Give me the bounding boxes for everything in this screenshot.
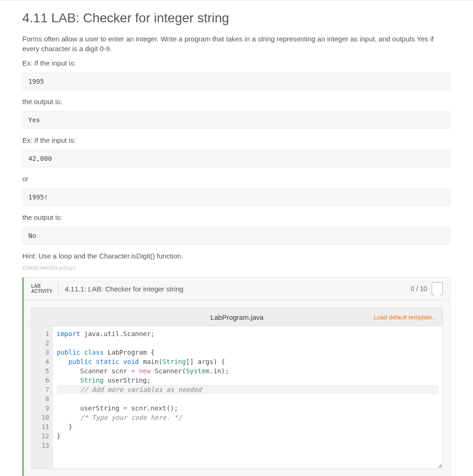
line-number: 10 xyxy=(35,413,49,422)
line-number: 2 xyxy=(35,338,49,348)
sample-output-2: No xyxy=(22,227,451,245)
lab-score: 0 / 10 xyxy=(411,285,427,292)
code-editor[interactable]: 12345678910111213 import java.util.Scann… xyxy=(31,326,443,469)
or-label: or xyxy=(22,174,451,184)
line-number: 4 xyxy=(35,357,49,366)
output-label-2: the output is: xyxy=(22,212,451,222)
line-number-gutter: 12345678910111213 xyxy=(32,326,53,469)
code-line[interactable] xyxy=(57,441,439,450)
line-number: 7 xyxy=(35,385,49,394)
line-number: 3 xyxy=(35,348,49,357)
lab-header-left: LAB ACTIVITY 4.11.1: LAB: Checker for in… xyxy=(31,283,184,295)
page-body: 4.11 LAB: Checker for integer string For… xyxy=(0,0,473,476)
hint-text: Hint: Use a loop and the Character.isDig… xyxy=(22,251,451,261)
code-line[interactable]: Scanner scnr = new Scanner(System.in); xyxy=(57,366,439,376)
line-number: 8 xyxy=(35,394,49,403)
intro-text: Forms often allow a user to enter an int… xyxy=(22,34,451,53)
code-line[interactable]: userString = scnr.next(); xyxy=(57,403,439,413)
lab-badge-line1: LAB xyxy=(31,284,53,289)
lab-header-right: 0 / 10 xyxy=(411,282,443,295)
code-line[interactable]: public class LabProgram { xyxy=(57,348,439,357)
code-line[interactable]: } xyxy=(57,422,439,431)
lab-title: 4.11.1: LAB: Checker for integer string xyxy=(65,285,184,293)
line-number: 13 xyxy=(35,441,49,450)
code-line[interactable]: /* Type your code here. */ xyxy=(57,413,439,422)
code-line[interactable]: public static void main(String[] args) { xyxy=(57,357,439,366)
output-label: the output is: xyxy=(22,97,451,106)
code-line[interactable]: import java.util.Scanner; xyxy=(57,329,439,338)
code-line[interactable]: } xyxy=(57,431,439,441)
page-title: 4.11 LAB: Checker for integer string xyxy=(22,11,451,26)
editor-container: LabProgram.java Load default template...… xyxy=(24,300,450,476)
line-number: 9 xyxy=(35,403,49,413)
line-number: 1 xyxy=(35,329,49,338)
line-number: 12 xyxy=(35,431,49,441)
sample-input-2: 42,000 xyxy=(22,150,451,167)
line-number: 11 xyxy=(35,422,49,431)
code-line[interactable] xyxy=(57,394,439,403)
sample-output-1: Yes xyxy=(22,111,451,129)
lab-header: LAB ACTIVITY 4.11.1: LAB: Checker for in… xyxy=(24,278,450,300)
lab-badge-line2: ACTIVITY xyxy=(31,289,53,294)
line-number: 5 xyxy=(35,366,49,376)
load-default-template-link[interactable]: Load default template... xyxy=(374,314,437,321)
lab-activity-card: LAB ACTIVITY 4.11.1: LAB: Checker for in… xyxy=(22,277,451,476)
code-line[interactable] xyxy=(57,338,439,348)
file-name-label: LabProgram.java xyxy=(210,313,263,321)
resize-handle-icon[interactable] xyxy=(438,464,441,468)
sample-input-1: 1995 xyxy=(22,73,451,90)
sample-input-3: 1995! xyxy=(22,188,451,206)
lab-badge: LAB ACTIVITY xyxy=(31,283,59,295)
file-tab-bar: LabProgram.java Load default template... xyxy=(31,308,443,326)
bookmark-icon[interactable] xyxy=(432,282,443,295)
line-number: 6 xyxy=(35,376,49,385)
example-label-2: Ex: If the input is: xyxy=(22,135,451,145)
example-label: Ex: If the input is: xyxy=(22,58,451,68)
code-content[interactable]: import java.util.Scanner;public class La… xyxy=(53,326,442,469)
code-line[interactable]: // Add more variables as needed xyxy=(57,385,439,394)
footnote-id: 418408.2441854.qx3zqy7 xyxy=(22,265,451,271)
code-line[interactable]: String userString; xyxy=(57,376,439,385)
